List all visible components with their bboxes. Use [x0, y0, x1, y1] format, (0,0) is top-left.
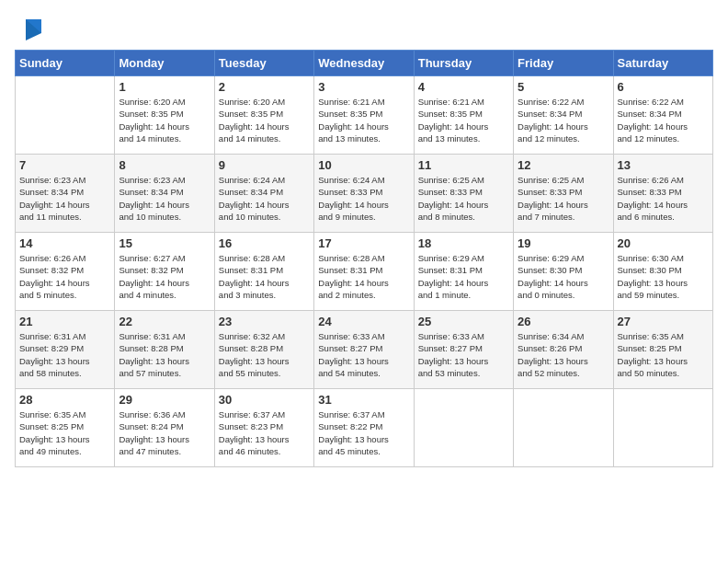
- day-number: 30: [219, 393, 310, 407]
- day-number: 3: [318, 80, 409, 94]
- day-cell: 22Sunrise: 6:31 AM Sunset: 8:28 PM Dayli…: [115, 311, 214, 389]
- day-cell: 12Sunrise: 6:25 AM Sunset: 8:33 PM Dayli…: [514, 155, 613, 233]
- day-number: 1: [119, 80, 210, 94]
- week-row-3: 14Sunrise: 6:26 AM Sunset: 8:32 PM Dayli…: [16, 233, 713, 311]
- day-number: 18: [418, 236, 509, 250]
- day-cell: 14Sunrise: 6:26 AM Sunset: 8:32 PM Dayli…: [16, 233, 115, 311]
- day-cell: 4Sunrise: 6:21 AM Sunset: 8:35 PM Daylig…: [414, 76, 513, 155]
- day-info: Sunrise: 6:25 AM Sunset: 8:33 PM Dayligh…: [518, 174, 609, 223]
- day-cell: 19Sunrise: 6:29 AM Sunset: 8:30 PM Dayli…: [514, 233, 613, 311]
- day-cell: 26Sunrise: 6:34 AM Sunset: 8:26 PM Dayli…: [514, 311, 613, 389]
- day-number: 28: [19, 393, 110, 407]
- day-cell: 31Sunrise: 6:37 AM Sunset: 8:22 PM Dayli…: [314, 389, 414, 467]
- day-info: Sunrise: 6:20 AM Sunset: 8:35 PM Dayligh…: [119, 96, 210, 144]
- day-info: Sunrise: 6:36 AM Sunset: 8:24 PM Dayligh…: [119, 408, 210, 457]
- day-number: 24: [318, 315, 409, 328]
- day-cell: 24Sunrise: 6:33 AM Sunset: 8:27 PM Dayli…: [314, 311, 414, 389]
- day-number: 27: [618, 315, 709, 328]
- day-number: 31: [318, 393, 409, 407]
- day-cell: 3Sunrise: 6:21 AM Sunset: 8:35 PM Daylig…: [314, 76, 414, 155]
- day-number: 4: [418, 80, 509, 94]
- col-header-saturday: Saturday: [613, 51, 712, 76]
- header: [15, 15, 713, 42]
- col-header-tuesday: Tuesday: [214, 51, 313, 76]
- day-number: 19: [518, 236, 609, 250]
- day-cell: 1Sunrise: 6:20 AM Sunset: 8:35 PM Daylig…: [115, 76, 214, 155]
- day-info: Sunrise: 6:35 AM Sunset: 8:25 PM Dayligh…: [618, 330, 709, 379]
- week-row-1: 1Sunrise: 6:20 AM Sunset: 8:35 PM Daylig…: [16, 76, 713, 155]
- day-number: 2: [219, 80, 310, 94]
- day-info: Sunrise: 6:33 AM Sunset: 8:27 PM Dayligh…: [318, 330, 409, 379]
- day-info: Sunrise: 6:31 AM Sunset: 8:28 PM Dayligh…: [119, 330, 210, 379]
- day-info: Sunrise: 6:30 AM Sunset: 8:30 PM Dayligh…: [618, 252, 709, 301]
- day-info: Sunrise: 6:26 AM Sunset: 8:33 PM Dayligh…: [618, 174, 709, 223]
- calendar-table: SundayMondayTuesdayWednesdayThursdayFrid…: [15, 50, 713, 467]
- day-cell: 8Sunrise: 6:23 AM Sunset: 8:34 PM Daylig…: [115, 155, 214, 233]
- day-info: Sunrise: 6:28 AM Sunset: 8:31 PM Dayligh…: [219, 252, 310, 301]
- day-info: Sunrise: 6:23 AM Sunset: 8:34 PM Dayligh…: [19, 174, 110, 223]
- day-cell: 9Sunrise: 6:24 AM Sunset: 8:34 PM Daylig…: [214, 155, 313, 233]
- day-number: 23: [219, 315, 310, 328]
- day-number: 6: [618, 80, 709, 94]
- day-number: 7: [19, 158, 110, 172]
- day-info: Sunrise: 6:37 AM Sunset: 8:22 PM Dayligh…: [318, 408, 409, 457]
- day-info: Sunrise: 6:34 AM Sunset: 8:26 PM Dayligh…: [518, 330, 609, 379]
- day-cell: [514, 389, 613, 467]
- day-cell: 15Sunrise: 6:27 AM Sunset: 8:32 PM Dayli…: [115, 233, 214, 311]
- day-info: Sunrise: 6:37 AM Sunset: 8:23 PM Dayligh…: [219, 408, 310, 457]
- day-info: Sunrise: 6:23 AM Sunset: 8:34 PM Dayligh…: [119, 174, 210, 223]
- day-number: 5: [518, 80, 609, 94]
- week-row-4: 21Sunrise: 6:31 AM Sunset: 8:29 PM Dayli…: [16, 311, 713, 389]
- day-info: Sunrise: 6:32 AM Sunset: 8:28 PM Dayligh…: [219, 330, 310, 379]
- day-info: Sunrise: 6:24 AM Sunset: 8:33 PM Dayligh…: [318, 174, 409, 223]
- day-number: 9: [219, 158, 310, 172]
- day-cell: [414, 389, 513, 467]
- day-cell: 10Sunrise: 6:24 AM Sunset: 8:33 PM Dayli…: [314, 155, 414, 233]
- day-cell: 7Sunrise: 6:23 AM Sunset: 8:34 PM Daylig…: [16, 155, 115, 233]
- day-info: Sunrise: 6:26 AM Sunset: 8:32 PM Dayligh…: [19, 252, 110, 301]
- day-cell: 6Sunrise: 6:22 AM Sunset: 8:34 PM Daylig…: [613, 76, 712, 155]
- logo-icon: [18, 15, 46, 42]
- col-header-monday: Monday: [115, 51, 214, 76]
- day-info: Sunrise: 6:27 AM Sunset: 8:32 PM Dayligh…: [119, 252, 210, 301]
- day-info: Sunrise: 6:22 AM Sunset: 8:34 PM Dayligh…: [618, 96, 709, 144]
- day-info: Sunrise: 6:21 AM Sunset: 8:35 PM Dayligh…: [318, 96, 409, 144]
- day-cell: 11Sunrise: 6:25 AM Sunset: 8:33 PM Dayli…: [414, 155, 513, 233]
- day-cell: 18Sunrise: 6:29 AM Sunset: 8:31 PM Dayli…: [414, 233, 513, 311]
- day-cell: [613, 389, 712, 467]
- day-info: Sunrise: 6:21 AM Sunset: 8:35 PM Dayligh…: [418, 96, 509, 144]
- day-number: 26: [518, 315, 609, 328]
- day-number: 25: [418, 315, 509, 328]
- col-header-friday: Friday: [514, 51, 613, 76]
- day-cell: 5Sunrise: 6:22 AM Sunset: 8:34 PM Daylig…: [514, 76, 613, 155]
- col-header-wednesday: Wednesday: [314, 51, 414, 76]
- col-header-sunday: Sunday: [16, 51, 115, 76]
- day-number: 10: [318, 158, 409, 172]
- day-number: 16: [219, 236, 310, 250]
- day-info: Sunrise: 6:20 AM Sunset: 8:35 PM Dayligh…: [219, 96, 310, 144]
- day-number: 11: [418, 158, 509, 172]
- day-number: 22: [119, 315, 210, 328]
- day-cell: 27Sunrise: 6:35 AM Sunset: 8:25 PM Dayli…: [613, 311, 712, 389]
- week-row-2: 7Sunrise: 6:23 AM Sunset: 8:34 PM Daylig…: [16, 155, 713, 233]
- day-number: 12: [518, 158, 609, 172]
- day-number: 13: [618, 158, 709, 172]
- day-number: 8: [119, 158, 210, 172]
- day-cell: 25Sunrise: 6:33 AM Sunset: 8:27 PM Dayli…: [414, 311, 513, 389]
- day-cell: 30Sunrise: 6:37 AM Sunset: 8:23 PM Dayli…: [214, 389, 313, 467]
- day-cell: 17Sunrise: 6:28 AM Sunset: 8:31 PM Dayli…: [314, 233, 414, 311]
- day-info: Sunrise: 6:29 AM Sunset: 8:30 PM Dayligh…: [518, 252, 609, 301]
- day-number: 20: [618, 236, 709, 250]
- day-info: Sunrise: 6:25 AM Sunset: 8:33 PM Dayligh…: [418, 174, 509, 223]
- day-number: 15: [119, 236, 210, 250]
- day-number: 29: [119, 393, 210, 407]
- week-row-5: 28Sunrise: 6:35 AM Sunset: 8:25 PM Dayli…: [16, 389, 713, 467]
- day-info: Sunrise: 6:22 AM Sunset: 8:34 PM Dayligh…: [518, 96, 609, 144]
- day-cell: [16, 76, 115, 155]
- day-info: Sunrise: 6:24 AM Sunset: 8:34 PM Dayligh…: [219, 174, 310, 223]
- day-number: 21: [19, 315, 110, 328]
- day-cell: 13Sunrise: 6:26 AM Sunset: 8:33 PM Dayli…: [613, 155, 712, 233]
- day-info: Sunrise: 6:28 AM Sunset: 8:31 PM Dayligh…: [318, 252, 409, 301]
- day-number: 17: [318, 236, 409, 250]
- day-cell: 21Sunrise: 6:31 AM Sunset: 8:29 PM Dayli…: [16, 311, 115, 389]
